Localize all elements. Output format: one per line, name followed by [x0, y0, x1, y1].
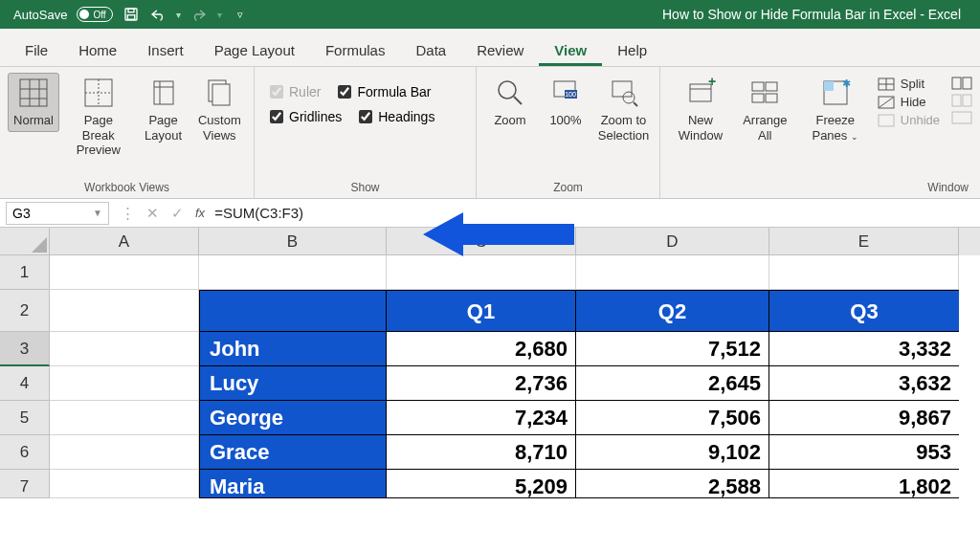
table-cell[interactable]: 1,802: [769, 470, 959, 498]
col-header-d[interactable]: D: [576, 228, 769, 255]
cell[interactable]: [50, 366, 199, 401]
view-side-by-side-icon[interactable]: [951, 77, 972, 90]
redo-icon[interactable]: [190, 8, 208, 21]
tab-view[interactable]: View: [539, 36, 602, 66]
zoom-to-selection-button[interactable]: Zoom to Selection: [595, 73, 652, 146]
enter-formula-icon[interactable]: ✓: [165, 205, 189, 222]
formula-input[interactable]: [211, 205, 980, 221]
table-header[interactable]: Q1: [387, 290, 576, 332]
arrange-all-button[interactable]: Arrange All: [737, 73, 793, 146]
annotation-arrow-icon: [423, 209, 576, 260]
hide-button[interactable]: Hide: [878, 95, 940, 109]
table-row-name[interactable]: George: [199, 401, 387, 435]
cell[interactable]: [576, 255, 769, 290]
table-row-name[interactable]: Grace: [199, 435, 387, 470]
table-cell[interactable]: 3,632: [769, 366, 959, 401]
cell[interactable]: [199, 255, 387, 290]
tab-home[interactable]: Home: [63, 36, 132, 66]
table-row-name[interactable]: Maria: [199, 470, 387, 498]
undo-dropdown-icon[interactable]: ▾: [176, 10, 181, 20]
dialog-expand-icon[interactable]: ⋮: [115, 205, 140, 222]
cell[interactable]: [50, 290, 199, 332]
group-show-label: Show: [262, 179, 468, 196]
table-row-name[interactable]: John: [199, 332, 387, 366]
undo-icon[interactable]: [149, 8, 167, 21]
col-header-b[interactable]: B: [199, 228, 387, 255]
new-window-button[interactable]: + New Window: [668, 73, 733, 146]
row-header-4[interactable]: 4: [0, 366, 50, 401]
col-header-e[interactable]: E: [769, 228, 959, 255]
table-cell[interactable]: 2,588: [576, 470, 769, 498]
table-cell[interactable]: 2,645: [576, 366, 769, 401]
tab-formulas[interactable]: Formulas: [310, 36, 401, 66]
svg-rect-21: [612, 81, 632, 97]
page-layout-button[interactable]: Page Layout: [138, 73, 189, 146]
tab-data[interactable]: Data: [400, 36, 461, 66]
row-header-2[interactable]: 2: [0, 290, 50, 332]
table-header[interactable]: Q2: [576, 290, 769, 332]
table-cell[interactable]: 7,506: [576, 401, 769, 435]
row-header-5[interactable]: 5: [0, 401, 50, 435]
headings-checkbox[interactable]: Headings: [359, 109, 434, 124]
cell[interactable]: [50, 401, 199, 435]
tab-insert[interactable]: Insert: [132, 36, 199, 66]
ribbon: Normal Page Break Preview Page Layout Cu…: [0, 67, 980, 199]
svg-point-22: [623, 92, 635, 103]
tab-file[interactable]: File: [10, 36, 63, 66]
arrange-all-label: Arrange All: [743, 113, 788, 143]
table-header[interactable]: [199, 290, 387, 332]
gridlines-checkbox[interactable]: Gridlines: [270, 109, 342, 124]
split-button[interactable]: Split: [878, 77, 940, 91]
row-header-1[interactable]: 1: [0, 255, 50, 290]
select-all-corner[interactable]: [0, 228, 50, 255]
spreadsheet-grid[interactable]: A B C D E 1 2 Q1 Q2 Q3 3 John 2,680 7,51…: [0, 228, 980, 498]
col-header-a[interactable]: A: [50, 228, 199, 255]
zoom-100-button[interactable]: 100 100%: [540, 73, 591, 132]
table-cell[interactable]: 3,332: [769, 332, 959, 366]
svg-marker-45: [423, 212, 574, 256]
svg-rect-28: [766, 82, 777, 91]
table-row-name[interactable]: Lucy: [199, 366, 387, 401]
save-icon[interactable]: [122, 6, 140, 23]
reset-window-icon: [951, 111, 972, 124]
row-header-3[interactable]: 3: [0, 332, 50, 366]
table-cell[interactable]: 2,680: [387, 332, 576, 366]
cell[interactable]: [50, 435, 199, 470]
svg-rect-41: [963, 77, 971, 89]
tab-help[interactable]: Help: [602, 36, 662, 66]
tab-page-layout[interactable]: Page Layout: [199, 36, 310, 66]
freeze-panes-button[interactable]: ✱ Freeze Panes ⌄: [797, 73, 874, 146]
table-cell[interactable]: 953: [769, 435, 959, 470]
name-box-dropdown-icon[interactable]: ▼: [93, 208, 102, 218]
formula-bar-checkbox[interactable]: Formula Bar: [338, 84, 431, 99]
custom-views-button[interactable]: Custom Views: [193, 73, 246, 146]
table-cell[interactable]: 7,234: [387, 401, 576, 435]
zoom-button[interactable]: Zoom: [484, 73, 536, 132]
cancel-formula-icon[interactable]: ✕: [140, 205, 165, 222]
unhide-button: Unhide: [878, 113, 940, 127]
ribbon-tabs: File Home Insert Page Layout Formulas Da…: [0, 29, 980, 67]
page-break-preview-button[interactable]: Page Break Preview: [63, 73, 134, 162]
row-header-7[interactable]: 7: [0, 470, 50, 498]
insert-function-icon[interactable]: fx: [189, 206, 211, 220]
table-cell[interactable]: 2,736: [387, 366, 576, 401]
ruler-checkbox: Ruler: [270, 84, 321, 99]
tab-review[interactable]: Review: [461, 36, 539, 66]
table-cell[interactable]: 9,102: [576, 435, 769, 470]
table-header[interactable]: Q3: [769, 290, 959, 332]
autosave-toggle[interactable]: Off: [77, 7, 112, 22]
cell[interactable]: [50, 470, 199, 498]
normal-view-button[interactable]: Normal: [8, 73, 59, 132]
row-header-6[interactable]: 6: [0, 435, 50, 470]
cell[interactable]: [387, 255, 576, 290]
cell[interactable]: [50, 255, 199, 290]
table-cell[interactable]: 8,710: [387, 435, 576, 470]
table-cell[interactable]: 9,867: [769, 401, 959, 435]
cell[interactable]: [50, 332, 199, 366]
table-cell[interactable]: 7,512: [576, 332, 769, 366]
name-box[interactable]: G3 ▼: [6, 202, 109, 225]
table-cell[interactable]: 5,209: [387, 470, 576, 498]
redo-dropdown-icon: ▾: [217, 10, 222, 20]
svg-rect-40: [952, 77, 961, 89]
cell[interactable]: [769, 255, 959, 290]
